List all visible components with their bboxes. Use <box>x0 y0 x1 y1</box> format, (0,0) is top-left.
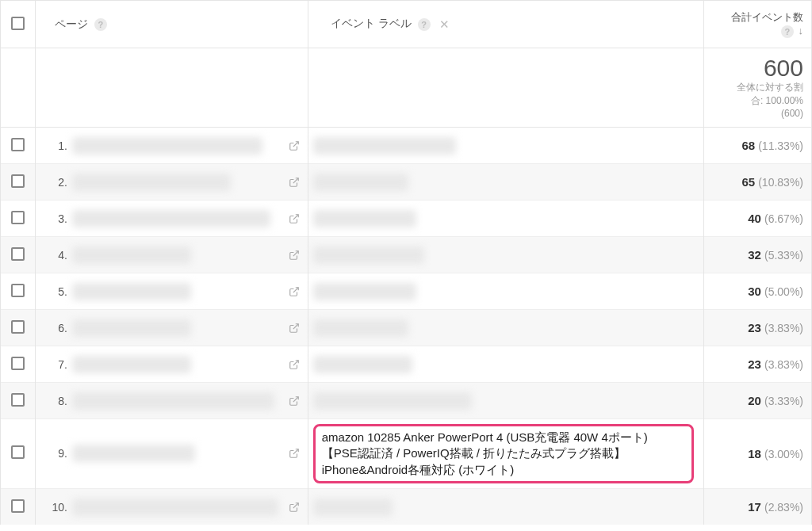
row-rank: 6. <box>36 322 72 334</box>
external-link-icon[interactable] <box>289 395 300 407</box>
external-link-icon[interactable] <box>289 250 300 261</box>
header-total-events-label[interactable]: 合計イベント数 <box>731 11 803 23</box>
table-row[interactable]: 8.20(3.33%) <box>1 383 812 419</box>
svg-line-1 <box>293 178 298 182</box>
event-count: 20 <box>748 394 761 407</box>
row-rank: 8. <box>36 395 72 407</box>
event-label-redacted <box>313 392 472 410</box>
event-label-redacted <box>313 174 408 191</box>
external-link-icon[interactable] <box>289 286 300 297</box>
row-rank: 2. <box>36 176 72 189</box>
event-count: 23 <box>748 357 761 371</box>
row-checkbox[interactable] <box>11 393 25 407</box>
table-row[interactable]: 4.32(5.33%) <box>1 237 812 273</box>
external-link-icon[interactable] <box>289 448 300 459</box>
row-checkbox[interactable] <box>11 445 25 459</box>
svg-line-5 <box>293 323 298 328</box>
event-count: 68 <box>742 139 756 152</box>
page-text-redacted <box>72 499 278 516</box>
event-label-redacted <box>313 210 416 227</box>
svg-line-9 <box>293 502 298 507</box>
summary-subtext-1: 全体に対する割 <box>737 82 803 93</box>
help-icon[interactable]: ? <box>94 18 107 31</box>
event-count: 18 <box>748 447 761 460</box>
table-row[interactable]: 1.68(11.33%) <box>1 128 812 164</box>
header-event-label[interactable]: イベント ラベル <box>331 17 412 29</box>
event-count: 32 <box>748 248 761 262</box>
external-link-icon[interactable] <box>289 359 300 370</box>
page-text-redacted <box>72 445 195 462</box>
table-row[interactable]: 5.30(5.00%) <box>1 273 812 310</box>
table-row[interactable]: 2.65(10.83%) <box>1 164 812 201</box>
page-text-redacted <box>72 392 274 410</box>
table-header-row: ページ ? イベント ラベル ? ✕ 合計イベント数 ? ↓ <box>1 1 812 48</box>
header-event-label-cell: イベント ラベル ? ✕ <box>308 1 703 48</box>
help-icon[interactable]: ? <box>418 18 431 31</box>
summary-row: 600 全体に対する割 合: 100.00% (600) <box>1 48 812 128</box>
svg-line-7 <box>293 396 298 401</box>
event-percent: (11.33%) <box>758 139 803 152</box>
external-link-icon[interactable] <box>289 140 300 151</box>
svg-line-2 <box>293 214 298 219</box>
row-rank: 10. <box>36 501 72 514</box>
row-checkbox[interactable] <box>11 174 25 188</box>
header-page-label[interactable]: ページ <box>55 17 88 30</box>
page-text-redacted <box>72 319 191 337</box>
page-text-redacted <box>72 246 191 264</box>
header-total-events-cell: 合計イベント数 ? ↓ <box>704 1 812 48</box>
external-link-icon[interactable] <box>289 502 300 513</box>
external-link-icon[interactable] <box>289 213 300 224</box>
event-percent: (3.83%) <box>764 358 803 371</box>
event-label-redacted <box>313 319 408 337</box>
event-percent: (5.33%) <box>764 249 803 262</box>
help-icon[interactable]: ? <box>781 25 794 38</box>
event-count: 17 <box>748 500 761 514</box>
event-percent: (6.67%) <box>764 212 803 225</box>
event-count: 23 <box>748 321 761 334</box>
header-checkbox-cell <box>1 1 36 48</box>
row-checkbox[interactable] <box>11 138 25 151</box>
row-rank: 9. <box>36 447 72 460</box>
svg-line-8 <box>293 449 298 454</box>
event-label-redacted <box>313 137 456 155</box>
table-row[interactable]: 3.40(6.67%) <box>1 201 812 237</box>
row-checkbox[interactable] <box>11 320 25 334</box>
event-percent: (3.33%) <box>764 395 803 407</box>
row-checkbox[interactable] <box>11 499 25 513</box>
table-row[interactable]: 10.17(2.83%) <box>1 488 812 525</box>
event-count: 30 <box>748 285 761 298</box>
row-rank: 3. <box>36 212 72 225</box>
summary-total-value: 600 <box>705 55 803 81</box>
svg-line-3 <box>293 250 298 255</box>
event-percent: (10.83%) <box>758 176 803 189</box>
close-icon[interactable]: ✕ <box>439 17 450 32</box>
row-checkbox[interactable] <box>11 211 25 224</box>
event-count: 40 <box>748 212 761 225</box>
external-link-icon[interactable] <box>289 323 300 334</box>
row-rank: 4. <box>36 249 72 262</box>
svg-line-4 <box>293 287 298 292</box>
event-percent: (3.83%) <box>764 322 803 334</box>
summary-total-cell: 600 全体に対する割 合: 100.00% (600) <box>704 48 812 128</box>
event-count: 65 <box>742 175 756 189</box>
sort-descending-icon[interactable]: ↓ <box>799 25 804 36</box>
event-label-redacted <box>313 499 393 516</box>
summary-subtext-2: 合: 100.00% <box>751 95 803 106</box>
events-table: ページ ? イベント ラベル ? ✕ 合計イベント数 ? ↓ 600 全体に対す… <box>0 0 812 525</box>
event-percent: (3.00%) <box>764 448 803 460</box>
page-text-redacted <box>72 283 191 300</box>
event-label-highlight: amazon 10285 Anker PowerPort 4 (USB充電器 4… <box>313 424 694 483</box>
row-checkbox[interactable] <box>11 247 25 261</box>
table-row[interactable]: 6.23(3.83%) <box>1 310 812 346</box>
event-label-redacted <box>313 246 424 264</box>
event-label-redacted <box>313 356 412 373</box>
svg-line-6 <box>293 360 298 365</box>
table-row[interactable]: 9.amazon 10285 Anker PowerPort 4 (USB充電器… <box>1 419 812 489</box>
select-all-checkbox[interactable] <box>11 17 25 30</box>
row-checkbox[interactable] <box>11 357 25 370</box>
table-row[interactable]: 7.23(3.83%) <box>1 346 812 383</box>
row-checkbox[interactable] <box>11 284 25 297</box>
external-link-icon[interactable] <box>289 177 300 188</box>
event-percent: (2.83%) <box>764 501 803 514</box>
page-text-redacted <box>72 356 191 373</box>
